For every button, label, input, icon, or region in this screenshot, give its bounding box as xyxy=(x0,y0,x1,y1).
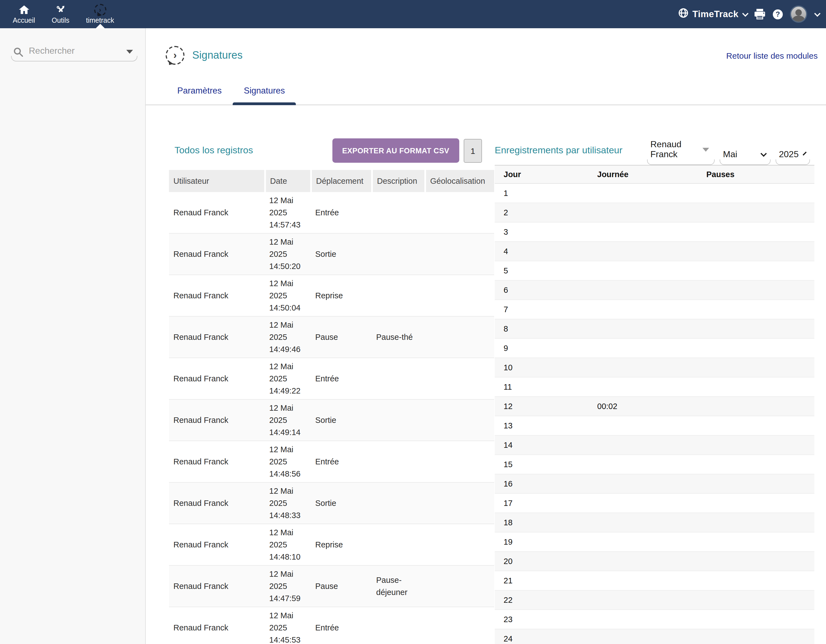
cell-pauses xyxy=(697,610,814,629)
export-csv-button[interactable]: EXPORTER AU FORMAT CSV xyxy=(332,138,459,163)
year-select[interactable]: 2025 xyxy=(776,146,810,165)
cell-jour: 1 xyxy=(495,183,588,203)
table-row: Renaud Franck12 Mai 2025 14:50:20Sortie xyxy=(169,233,494,275)
day-row: 22 xyxy=(495,590,814,610)
cell-description xyxy=(372,524,425,565)
day-row: 21 xyxy=(495,571,814,590)
nav-item-outils[interactable]: Outils xyxy=(43,0,78,28)
cell-journee xyxy=(588,377,697,396)
tabs-bar: Paramètres Signatures xyxy=(146,84,826,105)
table-row: Renaud Franck12 Mai 2025 14:48:56Entrée xyxy=(169,441,494,482)
timetrack-logo-icon: › xyxy=(94,4,106,15)
user-menu-chevron-icon[interactable] xyxy=(814,10,821,17)
search-box[interactable] xyxy=(11,42,137,62)
day-row: 19 xyxy=(495,532,814,551)
cell-journee xyxy=(588,358,697,377)
day-row: 1200:02 xyxy=(495,396,814,416)
day-row: 14 xyxy=(495,435,814,455)
table-row: Renaud Franck12 Mai 2025 14:50:04Reprise xyxy=(169,275,494,316)
month-select[interactable]: Mai xyxy=(720,146,771,165)
cell-pauses xyxy=(697,280,814,300)
day-row: 18 xyxy=(495,513,814,532)
search-input[interactable] xyxy=(29,46,122,56)
cell-pauses xyxy=(697,532,814,551)
cell-journee xyxy=(588,203,697,222)
home-icon xyxy=(19,4,29,15)
cell-pauses xyxy=(697,494,814,513)
col-header-journee: Journée xyxy=(588,165,697,183)
screen: Accueil Outils xyxy=(0,0,826,644)
cell-journee xyxy=(588,183,697,203)
cell-journee xyxy=(588,629,697,644)
cell-pauses xyxy=(697,300,814,319)
user-select[interactable]: Renaud Franck xyxy=(647,136,715,165)
globe-icon xyxy=(678,8,689,20)
cell-geolocalisation xyxy=(425,607,494,644)
cell-journee xyxy=(588,222,697,242)
day-row: 9 xyxy=(495,339,814,358)
print-button[interactable] xyxy=(754,9,765,19)
day-row: 17 xyxy=(495,494,814,513)
cell-geolocalisation xyxy=(425,399,494,441)
cell-description xyxy=(372,441,425,482)
sidebar xyxy=(0,28,146,644)
user-avatar[interactable] xyxy=(790,6,807,23)
brand-menu[interactable]: TimeTrack xyxy=(678,8,747,20)
person-icon xyxy=(791,8,806,22)
cell-geolocalisation xyxy=(425,441,494,482)
col-header-description: Description xyxy=(372,170,425,192)
tab-signatures[interactable]: Signatures xyxy=(233,84,296,105)
page-title: Signatures xyxy=(192,49,243,62)
cell-deplacement: Reprise xyxy=(311,275,372,316)
cell-geolocalisation xyxy=(425,358,494,399)
cell-geolocalisation xyxy=(425,233,494,275)
chevron-down-icon xyxy=(742,10,749,17)
tab-parametres[interactable]: Paramètres xyxy=(166,84,233,105)
cell-pauses xyxy=(697,261,814,280)
cell-journee xyxy=(588,571,697,590)
day-row: 7 xyxy=(495,300,814,319)
cell-geolocalisation xyxy=(425,524,494,565)
chevron-down-icon xyxy=(803,152,807,156)
cell-date: 12 Mai 2025 14:57:43 xyxy=(265,192,311,233)
table-row: Renaud Franck12 Mai 2025 14:57:43Entrée xyxy=(169,192,494,233)
cell-date: 12 Mai 2025 14:48:56 xyxy=(265,441,311,482)
day-row: 24 xyxy=(495,629,814,644)
day-row: 20 xyxy=(495,551,814,571)
main-menu: Accueil Outils xyxy=(0,0,123,28)
cell-deplacement: Sortie xyxy=(311,482,372,524)
col-header-deplacement: Déplacement xyxy=(311,170,372,192)
search-icon xyxy=(13,46,24,60)
cell-utilisateur: Renaud Franck xyxy=(169,524,265,565)
day-row: 3 xyxy=(495,222,814,242)
cell-pauses xyxy=(697,242,814,261)
cell-pauses xyxy=(697,358,814,377)
cell-date: 12 Mai 2025 14:49:14 xyxy=(265,399,311,441)
table-row: Renaud Franck12 Mai 2025 14:49:14Sortie xyxy=(169,399,494,441)
nav-item-timetrack[interactable]: › timetrack xyxy=(78,0,123,28)
user-select-value: Renaud Franck xyxy=(651,139,698,159)
cell-jour: 11 xyxy=(495,377,588,396)
table-row: Renaud Franck12 Mai 2025 14:48:33Sortie xyxy=(169,482,494,524)
page-number-button[interactable]: 1 xyxy=(464,139,482,163)
top-navbar: Accueil Outils xyxy=(0,0,826,28)
cell-utilisateur: Renaud Franck xyxy=(169,399,265,441)
cell-jour: 17 xyxy=(495,494,588,513)
nav-item-accueil[interactable]: Accueil xyxy=(5,0,43,28)
cell-pauses xyxy=(697,455,814,474)
cell-jour: 21 xyxy=(495,571,588,590)
cell-jour: 13 xyxy=(495,416,588,435)
day-row: 6 xyxy=(495,280,814,300)
help-button[interactable]: ? xyxy=(773,9,783,19)
per-user-controls: Renaud Franck Mai 2025 xyxy=(647,136,814,165)
cell-date: 12 Mai 2025 14:50:04 xyxy=(265,275,311,316)
cell-journee xyxy=(588,532,697,551)
cell-utilisateur: Renaud Franck xyxy=(169,358,265,399)
cell-journee xyxy=(588,610,697,629)
cell-date: 12 Mai 2025 14:48:33 xyxy=(265,482,311,524)
cell-jour: 16 xyxy=(495,474,588,494)
cell-utilisateur: Renaud Franck xyxy=(169,275,265,316)
back-to-modules-link[interactable]: Retour liste des modules xyxy=(726,51,818,60)
content-area: Todos los registros EXPORTER AU FORMAT C… xyxy=(146,138,826,644)
cell-jour: 18 xyxy=(495,513,588,532)
